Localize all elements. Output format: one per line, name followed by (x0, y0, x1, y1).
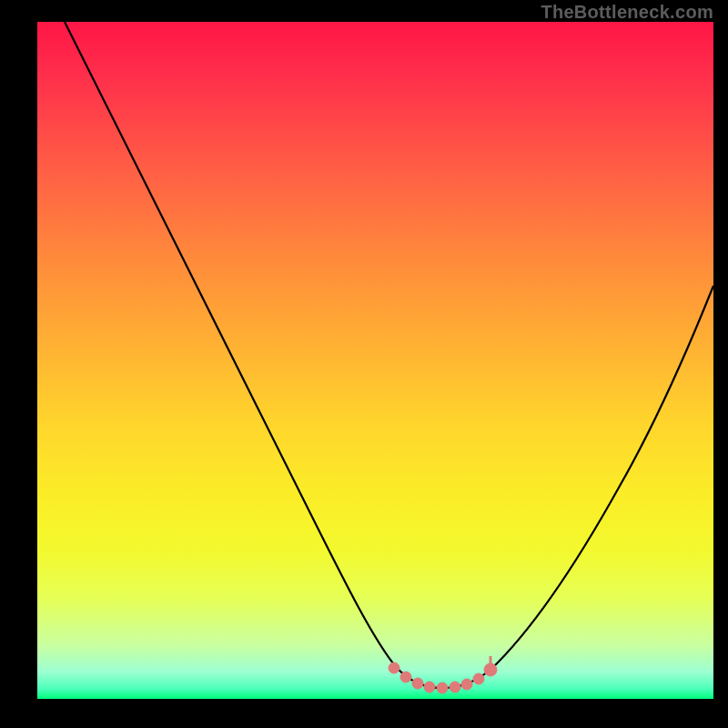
attribution-text: TheBottleneck.com (541, 2, 713, 23)
svg-point-3 (424, 682, 435, 693)
chart-svg (37, 22, 713, 699)
svg-point-6 (461, 679, 472, 690)
svg-point-2 (412, 678, 423, 689)
svg-point-7 (473, 673, 484, 684)
bottleneck-curve (65, 22, 713, 688)
flat-marker-group (389, 656, 497, 693)
svg-point-1 (400, 672, 411, 682)
plot-area (37, 22, 713, 699)
chart-frame: TheBottleneck.com (0, 0, 728, 728)
svg-point-0 (389, 662, 399, 673)
svg-point-5 (450, 682, 460, 693)
svg-point-4 (437, 682, 448, 693)
